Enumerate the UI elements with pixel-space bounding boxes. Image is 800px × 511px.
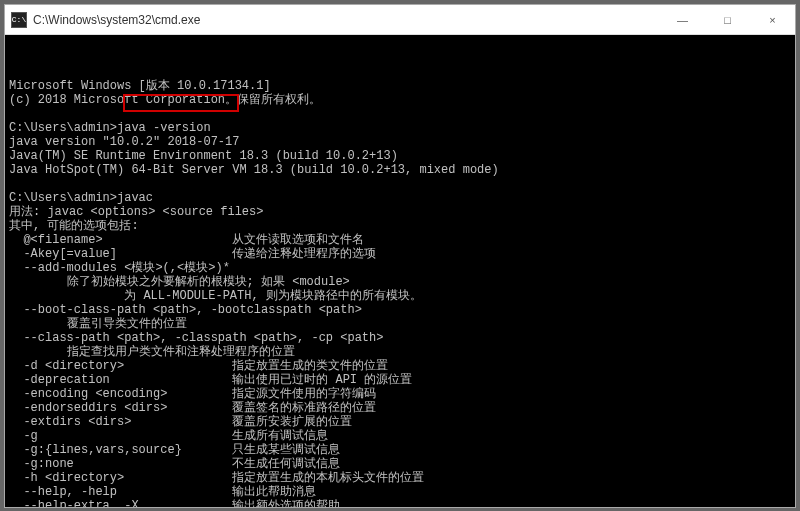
console-line: 其中, 可能的选项包括: xyxy=(9,219,791,233)
console-line: 用法: javac <options> <source files> xyxy=(9,205,791,219)
console-line: --help-extra, -X 输出额外选项的帮助 xyxy=(9,499,791,507)
console-output[interactable]: Microsoft Windows [版本 10.0.17134.1](c) 2… xyxy=(5,35,795,507)
console-line xyxy=(9,107,791,121)
console-line: --boot-class-path <path>, -bootclasspath… xyxy=(9,303,791,317)
console-line xyxy=(9,177,791,191)
console-line: -g:none 不生成任何调试信息 xyxy=(9,457,791,471)
close-button[interactable]: × xyxy=(750,5,795,34)
console-line: -g:{lines,vars,source} 只生成某些调试信息 xyxy=(9,443,791,457)
console-line: -deprecation 输出使用已过时的 API 的源位置 xyxy=(9,373,791,387)
console-line: -h <directory> 指定放置生成的本机标头文件的位置 xyxy=(9,471,791,485)
console-line: 为 ALL-MODULE-PATH, 则为模块路径中的所有模块。 xyxy=(9,289,791,303)
window-buttons: — □ × xyxy=(660,5,795,34)
console-line: C:\Users\admin>java -version xyxy=(9,121,791,135)
console-line: 覆盖引导类文件的位置 xyxy=(9,317,791,331)
console-line: -endorseddirs <dirs> 覆盖签名的标准路径的位置 xyxy=(9,401,791,415)
console-line: --add-modules <模块>(,<模块>)* xyxy=(9,261,791,275)
console-line: --class-path <path>, -classpath <path>, … xyxy=(9,331,791,345)
cmd-window: C:\ C:\Windows\system32\cmd.exe — □ × Mi… xyxy=(4,4,796,508)
console-line: -Akey[=value] 传递给注释处理程序的选项 xyxy=(9,247,791,261)
console-line: java version "10.0.2" 2018-07-17 xyxy=(9,135,791,149)
console-line: -g 生成所有调试信息 xyxy=(9,429,791,443)
console-line: 指定查找用户类文件和注释处理程序的位置 xyxy=(9,345,791,359)
maximize-button[interactable]: □ xyxy=(705,5,750,34)
console-line: Java HotSpot(TM) 64-Bit Server VM 18.3 (… xyxy=(9,163,791,177)
titlebar[interactable]: C:\ C:\Windows\system32\cmd.exe — □ × xyxy=(5,5,795,35)
console-line: -d <directory> 指定放置生成的类文件的位置 xyxy=(9,359,791,373)
console-line: Microsoft Windows [版本 10.0.17134.1] xyxy=(9,79,791,93)
console-line: -extdirs <dirs> 覆盖所安装扩展的位置 xyxy=(9,415,791,429)
console-line: -encoding <encoding> 指定源文件使用的字符编码 xyxy=(9,387,791,401)
window-title: C:\Windows\system32\cmd.exe xyxy=(33,13,660,27)
console-line: (c) 2018 Microsoft Corporation。保留所有权利。 xyxy=(9,93,791,107)
console-line: @<filename> 从文件读取选项和文件名 xyxy=(9,233,791,247)
console-line: C:\Users\admin>javac xyxy=(9,191,791,205)
console-line: --help, -help 输出此帮助消息 xyxy=(9,485,791,499)
cmd-icon: C:\ xyxy=(11,12,27,28)
minimize-button[interactable]: — xyxy=(660,5,705,34)
console-line: 除了初始模块之外要解析的根模块; 如果 <module> xyxy=(9,275,791,289)
console-line: Java(TM) SE Runtime Environment 18.3 (bu… xyxy=(9,149,791,163)
